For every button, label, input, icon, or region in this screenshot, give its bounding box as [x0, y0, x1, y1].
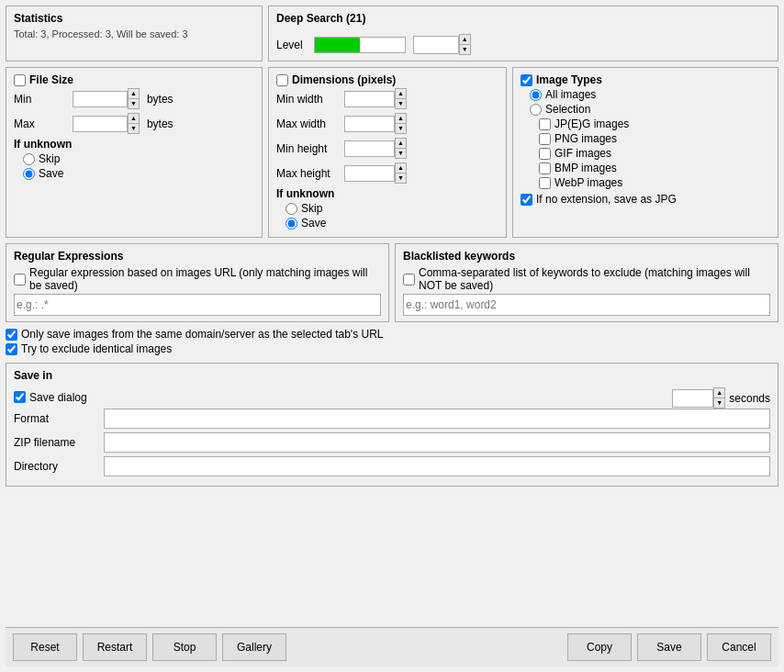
- jpeg-checkbox[interactable]: [539, 118, 551, 130]
- file-size-skip-label: Skip: [39, 152, 60, 165]
- format-label: Format: [14, 412, 96, 425]
- level-input[interactable]: 1: [413, 36, 459, 54]
- min-height-spinner-btn[interactable]: ▲ ▼: [395, 138, 407, 159]
- max-height-up-icon[interactable]: ▲: [396, 163, 406, 174]
- min-height-input[interactable]: 200: [344, 140, 395, 157]
- file-size-skip-radio[interactable]: [23, 153, 35, 165]
- max-height-spinner-btn[interactable]: ▲ ▼: [395, 162, 407, 184]
- dimensions-save-label: Save: [301, 217, 326, 230]
- level-bar-fill: [315, 38, 360, 52]
- exclude-identical-label: Try to exclude identical images: [21, 342, 172, 355]
- stop-button[interactable]: Stop: [152, 633, 217, 661]
- min-down-icon[interactable]: ▼: [129, 99, 139, 108]
- reset-button[interactable]: Reset: [13, 633, 77, 661]
- file-size-save-radio[interactable]: [23, 168, 35, 180]
- max-height-input[interactable]: 0: [344, 165, 395, 182]
- dimensions-save-radio[interactable]: [286, 218, 297, 230]
- bmp-label: BMP images: [554, 162, 617, 174]
- bmp-row: BMP images: [539, 162, 770, 174]
- max-width-up-icon[interactable]: ▲: [396, 114, 406, 124]
- restart-button[interactable]: Restart: [83, 633, 147, 661]
- max-width-down-icon[interactable]: ▼: [396, 124, 406, 133]
- file-size-checkbox[interactable]: [14, 74, 26, 86]
- image-types-checkbox[interactable]: [521, 74, 532, 86]
- no-extension-checkbox[interactable]: [521, 194, 532, 206]
- regex-title: Regular Expressions: [14, 250, 381, 263]
- min-width-input[interactable]: 200: [344, 91, 395, 107]
- same-domain-checkbox[interactable]: [6, 329, 17, 341]
- format-input[interactable]: [title] - [date] [time].zip: [104, 409, 770, 429]
- save-dialog-checkbox[interactable]: [14, 391, 26, 403]
- min-width-up-icon[interactable]: ▲: [396, 89, 406, 99]
- min-height-down-icon[interactable]: ▼: [396, 149, 406, 158]
- min-width-spinner-btn[interactable]: ▲ ▼: [395, 88, 407, 109]
- max-width-spinner[interactable]: 0 ▲ ▼: [344, 113, 407, 134]
- cancel-button[interactable]: Cancel: [707, 633, 771, 661]
- seconds-down-icon[interactable]: ▼: [714, 398, 724, 408]
- min-height-spinner[interactable]: 200 ▲ ▼: [344, 138, 407, 159]
- exclude-identical-checkbox[interactable]: [6, 343, 17, 355]
- min-bytes-spinner[interactable]: 4000 ▲ ▼: [73, 88, 140, 109]
- min-bytes-spinner-btn[interactable]: ▲ ▼: [128, 88, 140, 109]
- seconds-label: seconds: [729, 392, 770, 405]
- max-bytes-unit: bytes: [147, 118, 174, 130]
- webp-checkbox[interactable]: [539, 177, 551, 189]
- zip-input[interactable]: format 4/3 | Qwant lite - 10/7/2018 4:17…: [104, 432, 770, 453]
- png-checkbox[interactable]: [539, 133, 551, 145]
- max-width-spinner-btn[interactable]: ▲ ▼: [395, 113, 407, 134]
- min-height-label: Min height: [276, 142, 341, 155]
- dimensions-skip-label: Skip: [301, 202, 322, 215]
- regex-checkbox[interactable]: [14, 274, 26, 286]
- min-width-down-icon[interactable]: ▼: [396, 99, 406, 108]
- max-bytes-spinner-btn[interactable]: ▲ ▼: [128, 113, 140, 134]
- webp-row: WebP images: [539, 176, 770, 189]
- file-size-save-label: Save: [39, 167, 63, 180]
- jpeg-label: JP(E)G images: [554, 118, 629, 130]
- seconds-up-icon[interactable]: ▲: [714, 388, 724, 398]
- image-types-label: Image Types: [536, 73, 602, 86]
- png-label: PNG images: [554, 132, 617, 145]
- level-spinner-btn[interactable]: ▲ ▼: [459, 34, 471, 55]
- max-bytes-input[interactable]: 0: [73, 116, 128, 132]
- bmp-checkbox[interactable]: [539, 162, 551, 174]
- dimensions-checkbox[interactable]: [276, 74, 288, 86]
- level-spinner[interactable]: 1 ▲ ▼: [413, 34, 471, 55]
- max-bytes-spinner[interactable]: 0 ▲ ▼: [73, 113, 140, 134]
- min-height-up-icon[interactable]: ▲: [396, 139, 406, 149]
- gallery-button[interactable]: Gallery: [222, 633, 286, 661]
- max-height-down-icon[interactable]: ▼: [396, 174, 406, 183]
- all-images-radio[interactable]: [530, 89, 542, 101]
- level-up-icon[interactable]: ▲: [460, 35, 470, 45]
- dimensions-skip-radio[interactable]: [286, 203, 297, 215]
- blacklist-input[interactable]: [403, 294, 770, 316]
- min-label: Min: [14, 93, 69, 106]
- deep-search-title: Deep Search (21): [276, 12, 365, 25]
- gif-checkbox[interactable]: [539, 148, 551, 160]
- level-down-icon[interactable]: ▼: [460, 45, 470, 54]
- save-in-title: Save in: [14, 369, 770, 382]
- file-size-label: File Size: [29, 73, 73, 86]
- max-width-input[interactable]: 0: [344, 116, 395, 132]
- seconds-spinner[interactable]: 10 ▲ ▼ seconds: [672, 387, 770, 409]
- max-height-spinner[interactable]: 0 ▲ ▼: [344, 162, 407, 184]
- regex-input[interactable]: [14, 294, 381, 316]
- blacklist-title: Blacklisted keywords: [403, 250, 770, 263]
- dimensions-label: Dimensions (pixels): [292, 73, 396, 86]
- selection-radio[interactable]: [530, 104, 542, 116]
- blacklist-checkbox[interactable]: [403, 274, 415, 286]
- level-bar: [314, 37, 406, 53]
- min-up-icon[interactable]: ▲: [129, 89, 139, 99]
- min-width-label: Min width: [276, 93, 341, 106]
- min-width-spinner[interactable]: 200 ▲ ▼: [344, 88, 407, 109]
- max-down-icon[interactable]: ▼: [129, 124, 139, 133]
- copy-button[interactable]: Copy: [567, 633, 632, 661]
- min-bytes-input[interactable]: 4000: [73, 91, 128, 107]
- zip-label: ZIP filename: [14, 436, 96, 449]
- save-button[interactable]: Save: [637, 633, 701, 661]
- seconds-input[interactable]: 10: [672, 389, 713, 408]
- seconds-spinner-btn[interactable]: ▲ ▼: [713, 387, 725, 409]
- level-label: Level: [276, 39, 303, 51]
- max-up-icon[interactable]: ▲: [129, 114, 139, 124]
- dir-input[interactable]: lite.qwant.com: [104, 456, 770, 476]
- blacklist-checkbox-label: Comma-separated list of keywords to excl…: [419, 266, 770, 292]
